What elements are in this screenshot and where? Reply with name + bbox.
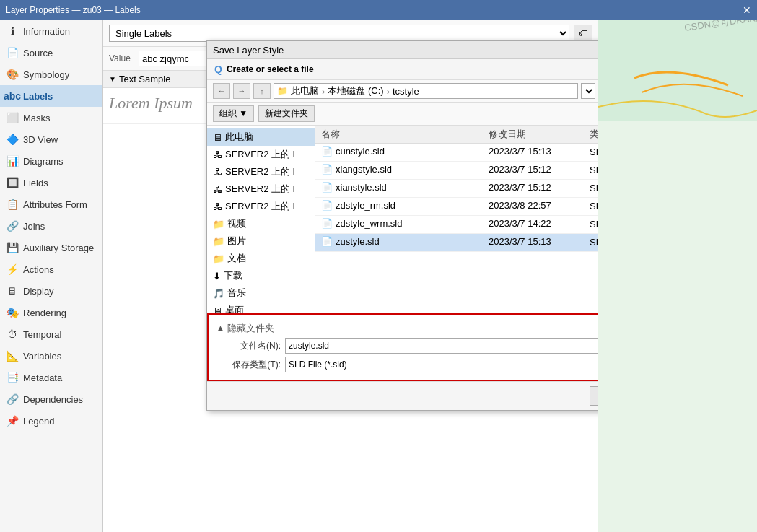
tree-item[interactable]: 📁视频 bbox=[207, 215, 315, 232]
tree-panel: 🖥此电脑🖧SERVER2 上的 l🖧SERVER2 上的 l🖧SERVER2 上… bbox=[207, 126, 315, 313]
sidebar-label-masks: Masks bbox=[23, 113, 51, 123]
sidebar-item-masks[interactable]: ⬜Masks bbox=[0, 107, 102, 128]
title-bar-close[interactable]: ✕ bbox=[743, 4, 751, 16]
sidebar-item-temporal[interactable]: ⏱Temporal bbox=[0, 323, 102, 345]
nav-up-btn[interactable]: ↑ bbox=[253, 83, 271, 99]
file-type: SLD 文件 bbox=[590, 182, 598, 195]
tree-label: SERVER2 上的 l bbox=[225, 183, 295, 196]
tree-item[interactable]: 🎵音乐 bbox=[207, 284, 315, 302]
organize-btn[interactable]: 组织 ▼ bbox=[213, 105, 254, 122]
sidebar-label-variables: Variables bbox=[23, 351, 61, 362]
file-browser: 🖥此电脑🖧SERVER2 上的 l🖧SERVER2 上的 l🖧SERVER2 上… bbox=[207, 126, 598, 313]
sidebar-icon-joins: 🔗 bbox=[6, 219, 19, 232]
tree-label: 下载 bbox=[224, 269, 242, 282]
value-label: Value bbox=[109, 53, 134, 64]
sidebar-item-fields[interactable]: 🔲Fields bbox=[0, 172, 102, 193]
tree-icon: 🖥 bbox=[213, 132, 222, 143]
tree-icon: 🖥 bbox=[213, 305, 222, 314]
file-type: SLD 文件 bbox=[590, 146, 598, 159]
sidebar-icon-fields: 🔲 bbox=[6, 176, 19, 189]
table-row[interactable]: 📄zdstyle_rm.sld 2023/3/8 22:57 SLD 文件 2 … bbox=[315, 198, 598, 216]
sidebar-item-diagrams[interactable]: 📊Diagrams bbox=[0, 150, 102, 172]
tree-item[interactable]: ⬇下载 bbox=[207, 267, 315, 284]
tree-label: 图片 bbox=[227, 235, 246, 248]
tree-item[interactable]: 📁图片 bbox=[207, 232, 315, 250]
map-canvas: CSDN@可DRAK旧刷 bbox=[598, 20, 757, 532]
path-sep1: › bbox=[322, 86, 325, 97]
path-dropdown[interactable] bbox=[581, 83, 595, 99]
dialog-header: Q Create or select a file bbox=[207, 59, 598, 80]
sidebar-label-dependencies: Dependencies bbox=[23, 394, 83, 405]
sidebar-item-metadata[interactable]: 📑Metadata bbox=[0, 367, 102, 388]
table-row[interactable]: 📄xiangstyle.sld 2023/3/7 15:12 SLD 文件 3 … bbox=[315, 162, 598, 180]
path-disk: 本地磁盘 (C:) bbox=[328, 84, 383, 97]
sidebar-item-actions[interactable]: ⚡Actions bbox=[0, 258, 102, 280]
file-type: SLD 文件 bbox=[590, 236, 598, 249]
label-icon-btn[interactable]: 🏷 bbox=[574, 25, 592, 42]
hidden-folder-label: ▲ 隐藏文件夹 bbox=[216, 323, 274, 333]
file-modified: 2023/3/7 14:22 bbox=[489, 218, 590, 231]
sidebar-icon-attributes-form: 📋 bbox=[6, 198, 19, 211]
sidebar-icon-display: 🖥 bbox=[6, 284, 19, 297]
sidebar-item-labels[interactable]: abcLabels bbox=[0, 85, 102, 107]
sidebar-label-information: Information bbox=[23, 26, 70, 37]
path-folder: tcstyle bbox=[393, 86, 419, 97]
map-area: CSDN@可DRAK旧刷 bbox=[598, 20, 757, 532]
nav-forward-btn[interactable]: → bbox=[233, 83, 250, 99]
tree-item[interactable]: 🖧SERVER2 上的 l bbox=[207, 180, 315, 198]
sidebar-item-source[interactable]: 📄Source bbox=[0, 42, 102, 64]
sidebar-item-dependencies[interactable]: 🔗Dependencies bbox=[0, 388, 102, 410]
tree-icon: ⬇ bbox=[213, 271, 221, 282]
sidebar-item-3dview[interactable]: 🔷3D View bbox=[0, 128, 102, 150]
file-modified: 2023/3/7 15:13 bbox=[489, 236, 590, 249]
sidebar-label-metadata: Metadata bbox=[23, 372, 62, 383]
tree-item[interactable]: 🖥此电脑 bbox=[207, 128, 315, 146]
nav-back-btn[interactable]: ← bbox=[213, 83, 230, 99]
sidebar-label-auxiliary-storage: Auxiliary Storage bbox=[23, 243, 94, 253]
sidebar-label-display: Display bbox=[23, 286, 54, 297]
sidebar-item-variables[interactable]: 📐Variables bbox=[0, 345, 102, 367]
sidebar-item-display[interactable]: 🖥Display bbox=[0, 280, 102, 302]
label-type-select[interactable]: Single Labels bbox=[109, 25, 569, 42]
sidebar-item-rendering[interactable]: 🎭Rendering bbox=[0, 302, 102, 323]
tree-item[interactable]: 🖧SERVER2 上的 l bbox=[207, 163, 315, 180]
sidebar-icon-temporal: ⏱ bbox=[6, 328, 19, 341]
col-modified: 修改日期 bbox=[489, 128, 590, 141]
filename-input[interactable] bbox=[285, 338, 598, 354]
tree-icon: 📁 bbox=[213, 219, 224, 230]
dialog-buttons: 保存(S) 取消 bbox=[207, 381, 598, 410]
title-bar-title: Layer Properties — zu03 — Labels bbox=[6, 5, 141, 15]
tree-label: SERVER2 上的 l bbox=[225, 148, 295, 161]
save-button[interactable]: 保存(S) bbox=[590, 386, 598, 406]
tree-item[interactable]: 🖧SERVER2 上的 l bbox=[207, 198, 315, 215]
table-row[interactable]: 📄zustyle.sld 2023/3/7 15:13 SLD 文件 3 KB bbox=[315, 234, 598, 252]
tree-item[interactable]: 🖥桌面 bbox=[207, 302, 315, 313]
sidebar-icon-diagrams: 📊 bbox=[6, 154, 19, 167]
tree-item[interactable]: 📁文档 bbox=[207, 250, 315, 267]
table-row[interactable]: 📄cunstyle.sld 2023/3/7 15:13 SLD 文件 3 KB bbox=[315, 144, 598, 162]
tree-label: 音乐 bbox=[227, 287, 246, 300]
tree-icon: 🎵 bbox=[213, 288, 224, 299]
tree-label: 桌面 bbox=[225, 304, 244, 313]
file-modified: 2023/3/8 22:57 bbox=[489, 200, 590, 213]
sidebar-item-auxiliary-storage[interactable]: 💾Auxiliary Storage bbox=[0, 237, 102, 258]
file-name: 📄zustyle.sld bbox=[321, 236, 489, 249]
file-name: 📄zdstyle_wrm.sld bbox=[321, 218, 489, 231]
table-row[interactable]: 📄zdstyle_wrm.sld 2023/3/7 14:22 SLD 文件 2… bbox=[315, 216, 598, 234]
file-name: 📄xianstyle.sld bbox=[321, 182, 489, 195]
table-row[interactable]: 📄xianstyle.sld 2023/3/7 15:12 SLD 文件 3 K… bbox=[315, 180, 598, 198]
sidebar-item-joins[interactable]: 🔗Joins bbox=[0, 215, 102, 237]
sidebar-icon-legend: 📌 bbox=[6, 414, 19, 427]
sidebar-icon-rendering: 🎭 bbox=[6, 306, 19, 319]
filetype-select[interactable]: SLD File (*.sld) bbox=[285, 357, 598, 372]
new-folder-btn[interactable]: 新建文件夹 bbox=[258, 105, 315, 122]
sidebar-icon-3dview: 🔷 bbox=[6, 133, 19, 146]
sidebar-item-attributes-form[interactable]: 📋Attributes Form bbox=[0, 193, 102, 215]
tree-item[interactable]: 🖧SERVER2 上的 l bbox=[207, 146, 315, 163]
sidebar-item-legend[interactable]: 📌Legend bbox=[0, 410, 102, 432]
svg-rect-1 bbox=[598, 20, 757, 121]
sidebar-label-3dview: 3D View bbox=[23, 134, 58, 145]
sidebar-item-information[interactable]: ℹInformation bbox=[0, 20, 102, 42]
sidebar-item-symbology[interactable]: 🎨Symbology bbox=[0, 64, 102, 85]
tree-label: 文档 bbox=[227, 252, 246, 265]
